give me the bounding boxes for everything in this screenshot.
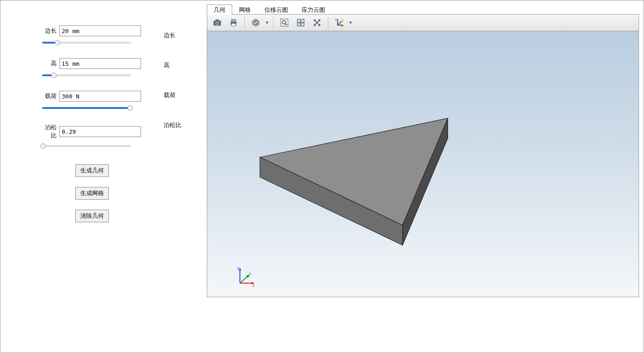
sidebar: 边长 边长 高 高 载荷 载荷 (0, 0, 207, 353)
param-row-sidelength: 边长 (41, 25, 184, 36)
svg-line-12 (285, 24, 287, 25)
load-input[interactable] (59, 91, 141, 102)
right-label-load: 载荷 (164, 91, 176, 99)
toolbar: ▼ z y x ▼ (207, 14, 639, 31)
print-icon[interactable] (226, 15, 241, 30)
axes-dropdown[interactable]: ▼ (348, 20, 353, 25)
axes-icon[interactable]: z y x (332, 15, 346, 30)
svg-text:y: y (249, 271, 251, 276)
param-label: 边长 (41, 27, 59, 35)
hexagon-dropdown[interactable]: ▼ (265, 20, 269, 25)
svg-marker-15 (337, 19, 339, 20)
right-label-poisson: 泊松比 (164, 121, 181, 129)
svg-point-11 (282, 20, 285, 24)
param-row-poisson: 泊松比 (41, 123, 184, 140)
right-label-sidelength: 边长 (164, 31, 176, 39)
load-slider[interactable] (41, 104, 132, 113)
svg-text:y: y (342, 19, 344, 22)
right-label-height: 高 (164, 61, 170, 69)
param-label: 载荷 (41, 92, 59, 100)
geometry-shape (207, 31, 639, 297)
svg-text:x: x (342, 25, 344, 28)
svg-text:x: x (253, 283, 255, 288)
height-input[interactable] (59, 58, 141, 69)
param-row-load: 载荷 (41, 91, 184, 102)
svg-rect-1 (215, 20, 219, 21)
zoom-box-icon[interactable] (277, 15, 292, 30)
svg-line-30 (240, 276, 248, 283)
svg-rect-10 (281, 19, 288, 27)
tab-mesh[interactable]: 网格 (232, 5, 258, 15)
clear-geometry-button[interactable]: 清除几何 (75, 210, 109, 222)
poisson-input[interactable] (59, 126, 141, 137)
param-label: 高 (41, 59, 59, 68)
viewport-3d[interactable]: z y x (207, 31, 639, 297)
camera-icon[interactable] (210, 15, 224, 30)
axis-triad: z y x (234, 265, 257, 288)
param-label: 泊松比 (41, 123, 59, 140)
fit-icon[interactable] (293, 15, 308, 30)
tab-displacement[interactable]: 位移云图 (258, 5, 295, 15)
poisson-slider[interactable] (41, 142, 132, 151)
hexagon-icon[interactable] (249, 15, 263, 30)
svg-text:z: z (237, 266, 239, 270)
sidelength-slider[interactable] (41, 39, 132, 47)
generate-mesh-button[interactable]: 生成网格 (75, 187, 109, 200)
rotate-icon[interactable] (310, 15, 324, 30)
tab-geometry[interactable]: 几何 (207, 5, 232, 15)
generate-geometry-button[interactable]: 生成几何 (75, 164, 109, 177)
svg-line-9 (254, 21, 258, 25)
param-row-height: 高 (41, 58, 184, 69)
viewport-area: 几何 网格 位移云图 应力云图 ▼ (207, 0, 644, 353)
height-slider[interactable] (41, 72, 132, 80)
tab-stress[interactable]: 应力云图 (295, 5, 332, 15)
svg-rect-5 (231, 20, 235, 22)
tab-bar: 几何 网格 位移云图 应力云图 (207, 4, 639, 14)
svg-point-3 (216, 22, 218, 24)
svg-rect-6 (231, 24, 235, 26)
sidelength-input[interactable] (59, 25, 141, 36)
svg-text:z: z (335, 18, 337, 21)
